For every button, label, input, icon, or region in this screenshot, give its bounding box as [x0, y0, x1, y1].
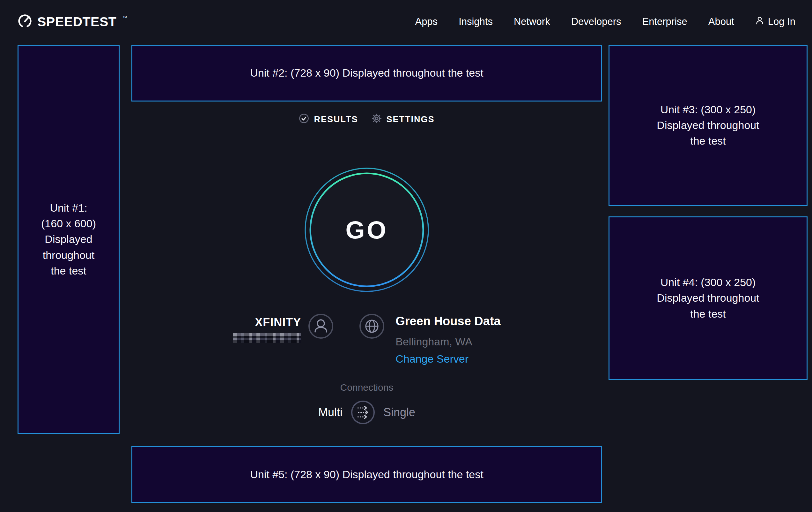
provider-section: XFINITY [233, 314, 334, 343]
nav-menu: Apps Insights Network Developers Enterpr… [415, 16, 795, 27]
connections-multi-label[interactable]: Multi [318, 406, 343, 419]
multi-connection-arrows-icon[interactable] [351, 400, 375, 425]
globe-icon [359, 314, 385, 340]
provider-server-row: XFINITY [132, 314, 602, 365]
ad-unit-4[interactable]: Unit #4: (300 x 250) Displayed throughou… [609, 216, 808, 380]
speedtest-page: SPEEDTEST ™ Apps Insights Network Develo… [0, 0, 812, 512]
nav-item-developers[interactable]: Developers [571, 16, 621, 27]
ad-unit-1[interactable]: Unit #1: (160 x 600) Displayed throughou… [18, 45, 120, 434]
server-location: Bellingham, WA [396, 335, 500, 348]
tab-settings[interactable]: SETTINGS [372, 113, 435, 126]
nav-item-about[interactable]: About [708, 16, 734, 27]
tab-results-label: RESULTS [314, 115, 358, 125]
connections-toggle-row: Multi Single [132, 400, 602, 425]
connections-label: Connections [132, 382, 602, 393]
server-section: Green House Data Bellingham, WA Change S… [359, 314, 500, 365]
provider-name: XFINITY [255, 317, 301, 328]
ad-unit-3-text: Unit #3: (300 x 250) Displayed throughou… [651, 102, 765, 149]
nav-item-network[interactable]: Network [514, 16, 550, 27]
top-nav: SPEEDTEST ™ Apps Insights Network Develo… [0, 0, 812, 44]
connections-single-label[interactable]: Single [383, 406, 415, 419]
nav-item-enterprise[interactable]: Enterprise [642, 16, 687, 27]
ad-unit-5-text: Unit #5: (728 x 90) Displayed throughout… [250, 467, 483, 482]
nav-item-insights[interactable]: Insights [459, 16, 493, 27]
tab-settings-label: SETTINGS [386, 115, 435, 125]
check-circle-icon [299, 113, 309, 126]
brand-name: SPEEDTEST [37, 15, 116, 29]
nav-item-apps[interactable]: Apps [415, 16, 438, 27]
go-button[interactable]: GO [303, 166, 431, 294]
login-button[interactable]: Log In [755, 16, 795, 27]
gauge-icon [18, 14, 32, 30]
tab-results[interactable]: RESULTS [299, 113, 358, 126]
server-name: Green House Data [396, 314, 500, 329]
provider-texts: XFINITY [233, 314, 301, 343]
login-label: Log In [768, 16, 795, 27]
ad-unit-3[interactable]: Unit #3: (300 x 250) Displayed throughou… [609, 45, 808, 206]
connections-section: Connections Multi Single [132, 382, 602, 425]
ad-unit-1-text: Unit #1: (160 x 600) Displayed throughou… [38, 200, 99, 279]
person-icon [755, 16, 764, 27]
user-circle-icon [308, 314, 334, 340]
change-server-link[interactable]: Change Server [396, 352, 500, 365]
provider-ip-redacted [233, 333, 301, 343]
speedtest-logo[interactable]: SPEEDTEST ™ [18, 14, 127, 30]
go-label: GO [303, 166, 431, 294]
ad-unit-2[interactable]: Unit #2: (728 x 90) Displayed throughout… [132, 45, 602, 102]
trademark-mark: ™ [122, 15, 127, 20]
gear-icon [372, 113, 382, 126]
ad-unit-4-text: Unit #4: (300 x 250) Displayed throughou… [651, 274, 765, 322]
ad-unit-2-text: Unit #2: (728 x 90) Displayed throughout… [250, 65, 483, 81]
tabs-row: RESULTS [132, 113, 602, 126]
server-texts: Green House Data Bellingham, WA Change S… [396, 314, 500, 365]
ad-unit-5[interactable]: Unit #5: (728 x 90) Displayed throughout… [132, 446, 602, 503]
